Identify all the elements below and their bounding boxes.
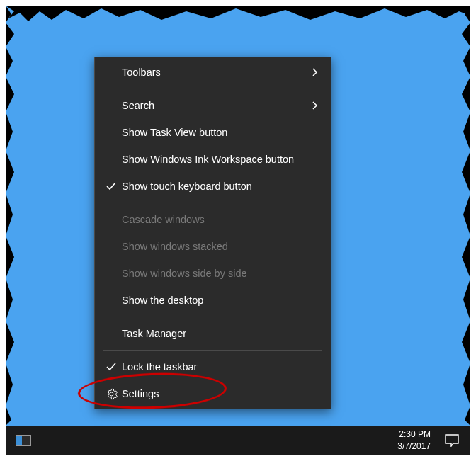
chevron-right-icon [308, 67, 321, 77]
menu-label: Settings [120, 388, 308, 399]
desktop-area: 2:30 PM 3/7/2017 Toolbars Search [6, 6, 470, 455]
menu-separator [103, 350, 322, 351]
menu-item-cascade-windows: Cascade windows [95, 206, 331, 233]
menu-label: Cascade windows [120, 214, 308, 225]
menu-item-show-ink-workspace[interactable]: Show Windows Ink Workspace button [95, 146, 331, 173]
gear-icon [102, 388, 120, 400]
chevron-right-icon [308, 101, 321, 110]
menu-item-task-manager[interactable]: Task Manager [95, 320, 331, 347]
menu-item-show-desktop[interactable]: Show the desktop [95, 287, 331, 314]
clock-time: 2:30 PM [397, 428, 431, 440]
menu-separator [103, 317, 322, 317]
taskbar-left [6, 426, 38, 455]
menu-item-settings[interactable]: Settings [95, 380, 331, 407]
menu-label: Toolbars [120, 67, 308, 78]
notification-icon [445, 434, 459, 447]
menu-separator [103, 203, 322, 203]
menu-item-lock-taskbar[interactable]: Lock the taskbar [95, 353, 331, 380]
menu-item-side-by-side: Show windows side by side [95, 260, 331, 287]
menu-label: Show windows stacked [120, 241, 308, 252]
menu-separator [103, 89, 322, 89]
taskbar[interactable]: 2:30 PM 3/7/2017 [6, 426, 470, 455]
menu-item-toolbars[interactable]: Toolbars [95, 59, 331, 86]
taskbar-clock[interactable]: 2:30 PM 3/7/2017 [397, 428, 431, 453]
system-tray: 2:30 PM 3/7/2017 [397, 426, 470, 455]
menu-item-show-touch-keyboard[interactable]: Show touch keyboard button [95, 173, 331, 200]
check-icon [102, 362, 120, 372]
menu-label: Task Manager [120, 328, 308, 339]
menu-item-search[interactable]: Search [95, 92, 331, 119]
clock-date: 3/7/2017 [397, 440, 431, 453]
action-center-button[interactable] [438, 426, 466, 455]
menu-label: Lock the taskbar [120, 361, 308, 372]
task-view-icon [16, 435, 31, 446]
menu-item-show-task-view[interactable]: Show Task View button [95, 119, 331, 146]
task-view-button[interactable] [8, 426, 38, 455]
taskbar-context-menu: Toolbars Search Show Task View button Sh… [94, 57, 332, 409]
menu-label: Show touch keyboard button [120, 181, 308, 192]
menu-label: Show the desktop [120, 295, 308, 306]
menu-label: Show Windows Ink Workspace button [120, 154, 308, 165]
menu-label: Search [120, 100, 308, 111]
menu-label: Show windows side by side [120, 268, 308, 279]
check-icon [102, 181, 120, 191]
menu-item-stacked: Show windows stacked [95, 233, 331, 260]
menu-label: Show Task View button [120, 127, 308, 138]
